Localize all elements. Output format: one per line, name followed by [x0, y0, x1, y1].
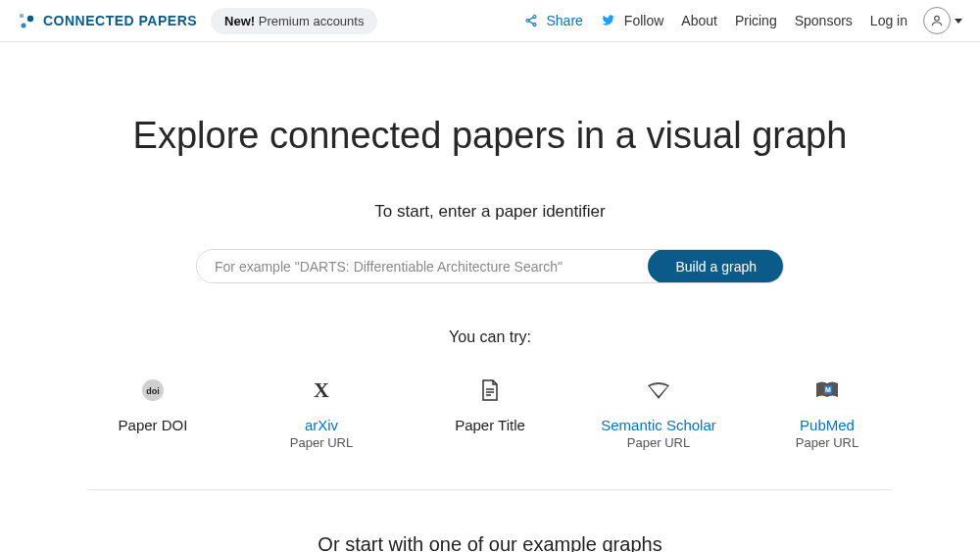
- option-pubmed[interactable]: M PubMed Paper URL: [743, 376, 911, 450]
- option-title: Paper DOI: [119, 417, 188, 433]
- follow-label: Follow: [624, 13, 663, 28]
- svg-point-2: [21, 23, 25, 27]
- avatar-icon: [923, 7, 951, 34]
- svg-point-8: [935, 16, 940, 21]
- examples-title: Or start with one of our example graphs: [0, 533, 980, 552]
- build-graph-button[interactable]: Build a graph: [648, 249, 784, 283]
- chevron-down-icon: [955, 19, 962, 24]
- doi-icon: doi: [141, 376, 165, 405]
- option-title: arXiv: [305, 417, 338, 433]
- arxiv-icon: X: [314, 376, 329, 405]
- option-sub: Paper URL: [627, 435, 690, 450]
- sponsors-link[interactable]: Sponsors: [793, 9, 855, 32]
- svg-text:doi: doi: [146, 386, 160, 396]
- brand-logo[interactable]: CONNECTED PAPERS: [18, 12, 197, 29]
- identifier-options: doi Paper DOI X arXiv Paper URL Paper Ti…: [0, 376, 980, 450]
- option-title: Semantic Scholar: [601, 417, 716, 433]
- login-link[interactable]: Log in: [868, 9, 909, 32]
- share-label: Share: [546, 13, 582, 28]
- option-title-search[interactable]: Paper Title: [406, 376, 574, 450]
- try-label: You can try:: [0, 328, 980, 346]
- share-icon: [524, 14, 538, 27]
- svg-point-0: [20, 14, 24, 18]
- svg-line-7: [529, 22, 534, 25]
- about-link[interactable]: About: [679, 9, 719, 32]
- hero: Explore connected papers in a visual gra…: [0, 115, 980, 552]
- topbar: CONNECTED PAPERS New! Premium accounts S…: [0, 0, 980, 42]
- follow-link[interactable]: Follow: [599, 9, 665, 32]
- divider: [88, 489, 892, 490]
- option-sub: Paper URL: [796, 435, 858, 450]
- pubmed-icon: M: [814, 376, 840, 405]
- search-pill: Build a graph: [196, 249, 784, 283]
- svg-point-1: [27, 16, 33, 22]
- svg-text:M: M: [825, 386, 831, 393]
- option-semantic-scholar[interactable]: Semantic Scholar Paper URL: [574, 376, 743, 450]
- option-sub: Paper URL: [290, 435, 353, 450]
- subtitle: To start, enter a paper identifier: [0, 202, 980, 222]
- share-link[interactable]: Share: [522, 9, 584, 32]
- account-menu[interactable]: [923, 7, 962, 34]
- logo-icon: [18, 12, 35, 29]
- option-arxiv[interactable]: X arXiv Paper URL: [237, 376, 406, 450]
- document-icon: [480, 376, 500, 405]
- svg-line-6: [529, 18, 534, 21]
- premium-badge[interactable]: New! Premium accounts: [211, 8, 377, 34]
- option-title: Paper Title: [455, 417, 525, 433]
- option-title: PubMed: [800, 417, 855, 433]
- option-doi[interactable]: doi Paper DOI: [69, 376, 237, 450]
- search-input[interactable]: [197, 250, 649, 282]
- twitter-icon: [601, 14, 616, 27]
- semantic-scholar-icon: [646, 376, 671, 405]
- pricing-link[interactable]: Pricing: [733, 9, 779, 32]
- page-title: Explore connected papers in a visual gra…: [0, 115, 980, 157]
- premium-badge-tag: New!: [224, 14, 255, 28]
- brand-text: CONNECTED PAPERS: [43, 13, 197, 28]
- premium-badge-text: Premium accounts: [259, 14, 365, 28]
